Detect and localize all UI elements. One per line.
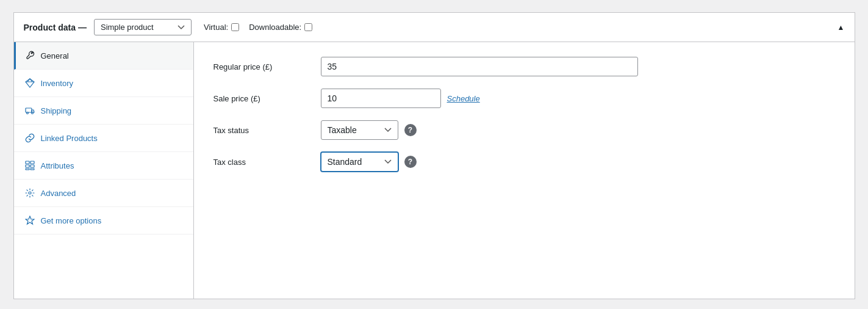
regular-price-row: Regular price (£) bbox=[213, 57, 835, 76]
svg-point-1 bbox=[26, 112, 28, 114]
svg-rect-8 bbox=[30, 169, 34, 170]
star-icon bbox=[25, 216, 35, 225]
tax-status-field: Taxable Shipping only None bbox=[321, 120, 398, 140]
tax-class-field: Standard Reduced rate Zero rate bbox=[321, 152, 398, 172]
svg-rect-7 bbox=[26, 169, 29, 170]
sale-price-group: Schedule bbox=[321, 89, 480, 108]
tax-class-label: Tax class bbox=[213, 158, 311, 167]
sidebar-item-inventory[interactable]: Inventory bbox=[14, 70, 193, 97]
sidebar-item-shipping-label: Shipping bbox=[41, 106, 72, 115]
tax-class-help-icon[interactable]: ? bbox=[404, 156, 417, 168]
downloadable-checkbox[interactable] bbox=[304, 23, 312, 31]
svg-rect-6 bbox=[30, 165, 34, 167]
collapse-button[interactable]: ▲ bbox=[838, 23, 845, 32]
gear-icon bbox=[25, 188, 35, 198]
sidebar-item-attributes-label: Attributes bbox=[41, 161, 74, 170]
truck-icon bbox=[25, 106, 35, 115]
tax-status-row: Tax status Taxable Shipping only None ? bbox=[213, 120, 835, 140]
svg-rect-5 bbox=[26, 165, 29, 167]
panel-title: Product data — bbox=[24, 23, 87, 32]
sidebar-item-general[interactable]: General bbox=[14, 42, 193, 70]
sidebar-item-shipping[interactable]: Shipping bbox=[14, 97, 193, 125]
regular-price-input[interactable] bbox=[321, 57, 638, 76]
virtual-label: Virtual: bbox=[204, 23, 228, 32]
sidebar-item-advanced-label: Advanced bbox=[41, 189, 76, 198]
sidebar-item-advanced[interactable]: Advanced bbox=[14, 180, 193, 207]
main-content: Regular price (£) Sale price (£) Schedul… bbox=[194, 42, 855, 299]
product-type-select[interactable]: Simple product bbox=[94, 19, 192, 35]
tax-class-group: Standard Reduced rate Zero rate ? bbox=[321, 152, 417, 172]
sidebar-item-inventory-label: Inventory bbox=[41, 79, 73, 88]
virtual-checkbox-label[interactable]: Virtual: bbox=[204, 23, 239, 32]
sidebar-item-linked-products[interactable]: Linked Products bbox=[14, 125, 193, 152]
regular-price-field bbox=[321, 57, 638, 76]
svg-rect-4 bbox=[30, 161, 34, 164]
panel-header: Product data — Simple product Virtual: D… bbox=[14, 13, 855, 42]
tax-status-select[interactable]: Taxable Shipping only None bbox=[321, 120, 398, 140]
virtual-downloadable-group: Virtual: Downloadable: bbox=[204, 23, 312, 32]
product-data-panel: Product data — Simple product Virtual: D… bbox=[13, 12, 855, 299]
svg-rect-3 bbox=[26, 161, 29, 164]
sidebar-item-linked-products-label: Linked Products bbox=[41, 134, 98, 143]
tax-status-label: Tax status bbox=[213, 126, 311, 135]
downloadable-label: Downloadable: bbox=[249, 23, 301, 32]
sidebar-item-attributes[interactable]: Attributes bbox=[14, 152, 193, 180]
tax-status-help-icon[interactable]: ? bbox=[404, 124, 417, 136]
sale-price-label: Sale price (£) bbox=[213, 94, 311, 103]
sale-price-field bbox=[321, 89, 441, 108]
tax-class-row: Tax class Standard Reduced rate Zero rat… bbox=[213, 152, 835, 172]
schedule-link[interactable]: Schedule bbox=[447, 94, 480, 103]
downloadable-checkbox-label[interactable]: Downloadable: bbox=[249, 23, 312, 32]
svg-point-9 bbox=[29, 192, 31, 194]
regular-price-label: Regular price (£) bbox=[213, 62, 311, 71]
link-icon bbox=[25, 133, 35, 143]
panel-body: General Inventory bbox=[14, 42, 855, 299]
grid-icon bbox=[25, 161, 35, 170]
virtual-checkbox[interactable] bbox=[231, 23, 239, 31]
wrench-icon bbox=[25, 51, 35, 60]
tax-class-select[interactable]: Standard Reduced rate Zero rate bbox=[321, 152, 398, 172]
sidebar-item-get-more-options-label: Get more options bbox=[41, 216, 102, 225]
sidebar-item-general-label: General bbox=[41, 51, 69, 60]
diamond-icon bbox=[25, 78, 35, 88]
tax-status-group: Taxable Shipping only None ? bbox=[321, 120, 417, 140]
sidebar: General Inventory bbox=[14, 42, 194, 299]
sale-price-row: Sale price (£) Schedule bbox=[213, 89, 835, 108]
sale-price-input[interactable] bbox=[321, 89, 441, 108]
svg-rect-0 bbox=[26, 108, 32, 112]
sidebar-item-get-more-options[interactable]: Get more options bbox=[14, 207, 193, 234]
svg-point-2 bbox=[31, 112, 33, 114]
